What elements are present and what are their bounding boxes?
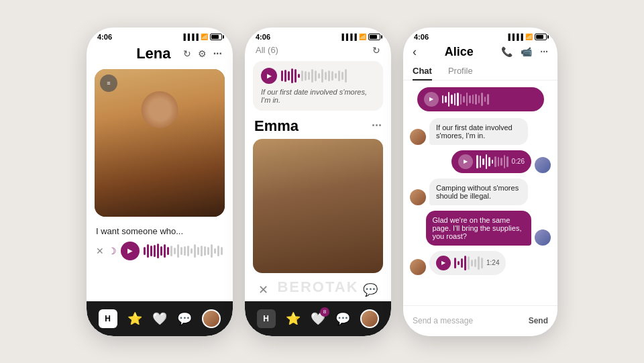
tab-profile[interactable]: Profile [448,62,473,80]
waveform-received-2 [454,255,483,271]
p3-header: ‹ Alice 📞 📹 ··· [403,41,557,62]
status-icons-1: ▐▐▐▐ 📶 [181,34,222,40]
nav-star-2[interactable]: ⭐ [286,311,301,326]
status-icons-3: ▐▐▐▐ 📶 [506,34,547,40]
battery-icon-3 [535,34,547,40]
status-bar-1: 4:06 ▐▐▐▐ 📶 [87,28,233,41]
profile-silhouette-1 [95,69,225,217]
chat-avatar-sent-2 [535,229,551,246]
p1-bottom-nav: H ⭐ 🤍 💬 [87,301,233,336]
time-3: 4:06 [414,33,429,41]
nav-avatar-1[interactable] [202,309,221,328]
p2-profile-photo [253,139,383,273]
moon-icon-1: ☽ [108,246,117,256]
status-bar-3: 4:06 ▐▐▐▐ 📶 [403,28,557,41]
p1-name: Lena [124,45,183,62]
message-sent-text: Glad we're on the same page. I'll bring … [410,211,551,246]
p1-profile-photo: ≡ [95,69,225,217]
photo-overlay-icon[interactable]: ≡ [100,74,117,92]
chevron-left-icon: ‹ [413,45,417,59]
waveform-2 [281,68,375,84]
p1-action-icons: ↻ ⚙ ··· [183,48,222,60]
p2-count: All (6) [256,45,278,55]
msg-text-3: Glad we're on the same page. I'll bring … [433,216,522,240]
p2-bottom-nav: H ⭐ 🤍 8 💬 [245,301,391,336]
waveform-sent [476,155,508,168]
chat-avatar-received-2 [410,189,426,205]
waveform-1 [144,243,223,259]
p3-action-icons: 📞 📹 ··· [501,46,548,57]
chat-avatar-sent [535,157,551,173]
message-received-1: If our first date involved s'mores, I'm … [410,118,551,145]
p2-header: All (6) ↻ [245,41,391,58]
nav-chat-2[interactable]: 💬 [335,311,350,326]
time-2: 4:06 [256,33,270,41]
nav-heart-1[interactable]: 🤍 [152,311,167,326]
waveform-received-1 [442,93,537,106]
message-received-audio-2: ▶ 1:24 [410,251,551,275]
nav-heart-2[interactable]: 🤍 8 [311,311,325,326]
p3-back-btn[interactable]: ‹ [413,45,417,59]
more-icon-2[interactable]: ··· [372,119,382,133]
battery-icon-1 [210,34,222,40]
audio-duration-received-2: 1:24 [486,259,499,266]
nav-star-1[interactable]: ⭐ [127,311,142,326]
signal-icon-2: ▐▐▐▐ [339,34,357,40]
received-audio-1: ▶ [410,87,551,111]
play-sent-audio[interactable]: ▶ [458,154,473,169]
bubble-sent-1: Glad we're on the same page. I'll bring … [426,211,532,246]
play-btn-2[interactable]: ▶ [261,68,277,84]
tab-chat[interactable]: Chat [413,62,432,80]
p3-contact-name: Alice [445,45,474,59]
p3-tabs: Chat Profile [403,62,557,81]
play-received-audio-1[interactable]: ▶ [424,92,439,107]
wifi-icon-1: 📶 [201,34,208,40]
more-icon-1[interactable]: ··· [213,48,222,60]
nav-chat-1[interactable]: 💬 [177,311,192,326]
msg-text-2: Camping without s'mores should be illega… [436,184,521,200]
video-icon-3[interactable]: 📹 [521,46,532,57]
message-icon-2[interactable]: 💬 [363,282,378,297]
send-button[interactable]: Send [529,316,548,325]
dismiss-icon-2[interactable]: ✕ [258,282,268,297]
signal-icon-1: ▐▐▐▐ [181,34,199,40]
phone-3: 4:06 ▐▐▐▐ 📶 ‹ Alice 📞 📹 ··· [403,28,557,336]
nav-avatar-2[interactable] [360,309,379,328]
x-dismiss-1[interactable]: ✕ [96,246,104,256]
battery-icon-2 [368,34,380,40]
p3-input-bar: Send a message Send [403,305,557,336]
chat-avatar-received-3 [410,259,426,275]
play-received-audio-2[interactable]: ▶ [436,256,451,270]
signal-icon-3: ▐▐▐▐ [506,34,523,40]
bubble-received-2: Camping without s'mores should be illega… [429,178,528,205]
msg-text-1: If our first date involved s'mores, I'm … [436,123,521,140]
p2-voice-subtext: If our first date involved s'mores, I'm … [261,88,375,104]
wifi-icon-2: 📶 [359,34,366,40]
wifi-icon-3: 📶 [525,34,533,40]
p2-voice-audio-row: ▶ [261,68,375,84]
heart-count-badge: 8 [320,307,329,317]
phone-2: 4:06 ▐▐▐▐ 📶 All (6) ↻ ▶ [245,28,391,336]
time-1: 4:06 [97,33,112,41]
message-input-placeholder[interactable]: Send a message [413,316,473,325]
refresh-icon-1[interactable]: ↻ [183,48,191,59]
p2-voice-card: ▶ If our first date involved s' [253,61,383,111]
refresh-icon-2[interactable]: ↻ [372,45,380,56]
phone-1: 4:06 ▐▐▐▐ 📶 Lena ↻ ⚙ ··· [87,28,233,336]
p3-chat-area: ▶ [403,81,557,280]
nav-home-2[interactable]: H [257,309,276,328]
p2-name: Emma [254,117,299,135]
profile-silhouette-2 [253,139,383,273]
phone-icon-3[interactable]: 📞 [501,46,513,57]
bubble-received-1: If our first date involved s'mores, I'm … [429,118,528,145]
p1-prompt-text: I want someone who... [87,221,233,239]
status-bar-2: 4:06 ▐▐▐▐ 📶 [245,28,391,41]
nav-home-1[interactable]: H [99,309,117,328]
audio-duration-sent: 0:26 [512,158,525,165]
play-btn-1[interactable]: ▶ [121,242,140,260]
message-sent-audio: ▶ 0:26 [410,150,551,173]
more-icon-3[interactable]: ··· [540,46,548,57]
chat-avatar-received-1 [410,129,426,145]
status-icons-2: ▐▐▐▐ 📶 [339,34,380,40]
gear-icon-1[interactable]: ⚙ [198,48,207,59]
